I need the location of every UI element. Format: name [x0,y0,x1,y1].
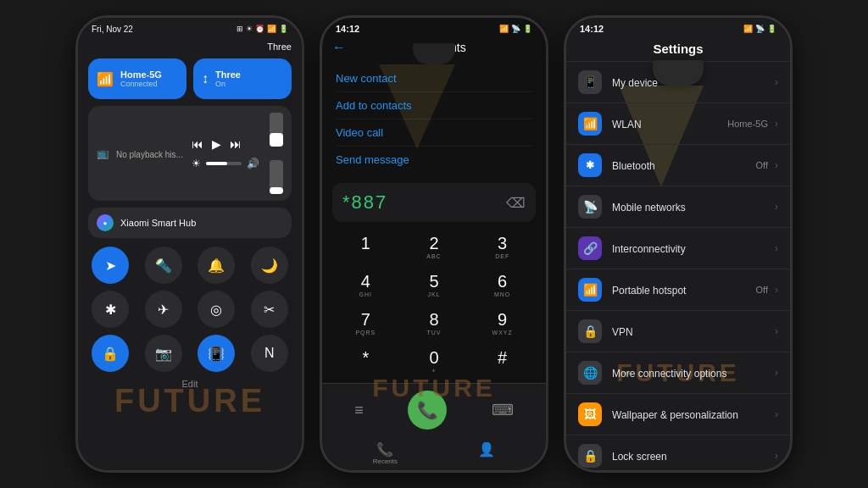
key-hash[interactable]: # [469,343,536,380]
settings-item-wallpaper[interactable]: 🖼 Wallpaper & personalization › [566,394,790,435]
wifi-icon-3: 📡 [755,25,765,33]
wlan-value: Home-5G [727,119,768,129]
key-6[interactable]: 6MNO [469,267,536,303]
signal-icon-2: 📶 [499,25,509,33]
volume-icon: 🔊 [247,158,259,169]
key-9[interactable]: 9WXYZ [469,305,536,341]
settings-item-lock-screen[interactable]: 🔒 Lock screen › [566,435,790,470]
key-5[interactable]: 5JKL [401,267,468,303]
cc-top-bar: Three [88,42,292,52]
wifi-tile[interactable]: 📶 Home-5G Connected [88,58,186,99]
nav-contacts[interactable]: 👤 [478,441,495,465]
bell-btn[interactable]: 🔔 [198,247,235,284]
smart-hub[interactable]: ● Xiaomi Smart Hub [88,208,292,238]
cast-icon: ⊞ [236,25,243,33]
prev-icon[interactable]: ⏮ [192,137,203,151]
key-4[interactable]: 4GHI [332,267,399,303]
vpn-icon: 🔒 [578,319,602,343]
lock-btn[interactable]: 🔒 [92,335,129,372]
next-icon[interactable]: ⏭ [230,137,242,151]
key-3[interactable]: 3DEF [469,229,536,265]
lock-screen-icon: 🔒 [578,444,602,468]
settings-item-vpn[interactable]: 🔒 VPN › [566,311,790,352]
recent-send-message[interactable]: Send message [336,147,532,173]
key-star[interactable]: * [332,343,399,380]
settings-item-my-device[interactable]: 📱 My device › [566,62,790,103]
play-icon[interactable]: ▶ [212,137,221,151]
key-2[interactable]: 2ABC [401,229,468,265]
flashlight-btn[interactable]: 🔦 [145,247,182,284]
cc-device: Three [267,42,292,52]
settings-item-interconnectivity[interactable]: 🔗 Interconnectivity › [566,228,790,269]
my-device-label: My device [612,77,658,89]
vpn-label: VPN [612,326,633,338]
recent-new-contact[interactable]: New contact [336,65,532,92]
status-time-2: 14:12 [336,24,359,34]
edit-label[interactable]: Edit [88,379,292,389]
hub-icon: ● [97,214,114,231]
cc-tiles: 📶 Home-5G Connected ↕ Three On [88,58,292,99]
key-8[interactable]: 8TUV [401,305,468,341]
phone-1: Fri, Nov 22 ⊞ ☀ ⏰ 📶 🔋 Three 📶 Home-5G Co… [75,15,304,473]
slider-1[interactable] [270,113,283,147]
slider-2[interactable] [270,160,283,194]
phone-3: 14:12 📶 📡 🔋 Settings FUTURE 📱 [564,15,793,473]
status-bar-2: 14:12 📶 📡 🔋 [322,18,546,36]
bluetooth-btn[interactable]: ✱ [92,291,129,328]
nfc-btn[interactable]: N [251,335,288,372]
call-btn[interactable]: 📞 [408,391,447,430]
status-icons-1: ⊞ ☀ ⏰ 📶 🔋 [236,25,288,33]
contacts-icon: 👤 [478,441,495,458]
control-center: Three 📶 Home-5G Connected ↕ Three On [78,36,302,470]
status-bar-3: 14:12 📶 📡 🔋 [566,18,790,36]
network-tile[interactable]: ↕ Three On [193,58,292,99]
key-1[interactable]: 1 [332,229,399,265]
recent-add-contacts[interactable]: Add to contacts [336,92,532,119]
wallpaper-icon: 🖼 [578,402,602,426]
chevron-icon-9: › [775,450,778,462]
key-7[interactable]: 7PQRS [332,305,399,341]
cast-icon-media: 📺 [97,147,109,159]
phone-1-screen: Fri, Nov 22 ⊞ ☀ ⏰ 📶 🔋 Three 📶 Home-5G Co… [78,18,302,470]
alarm-icon: ⏰ [255,25,264,33]
settings-item-mobile-networks[interactable]: 📡 Mobile networks › [566,186,790,228]
airplane-btn[interactable]: ✈ [145,291,182,328]
wlan-icon: 📶 [578,112,602,136]
brightness-fill [206,162,227,165]
wifi-sub: Connected [120,80,162,88]
keypad-btn[interactable]: ⌨ [492,401,514,419]
screen-btn[interactable]: ◎ [198,291,235,328]
phone-2-screen: 14:12 📶 📡 🔋 ← Recents New contact Add to… [322,18,546,470]
chevron-icon-4: › [775,242,778,254]
brightness-low-icon: ☀ [192,158,201,169]
moon-btn[interactable]: 🌙 [251,247,288,284]
settings-item-wlan[interactable]: 📶 WLAN Home-5G › [566,103,790,145]
recents-title: Recents [353,41,536,54]
settings-item-more-connectivity[interactable]: 🌐 More connectivity options › [566,352,790,394]
settings-item-bluetooth[interactable]: ✱ Bluetooth Off › [566,145,790,186]
back-btn[interactable]: ← [332,40,346,55]
portable-hotspot-icon: 📶 [578,278,602,302]
chevron-icon-3: › [775,201,778,213]
settings-list: 📱 My device › 📶 WLAN Home-5G › [566,62,790,470]
status-date: Fri, Nov 22 [92,25,133,34]
key-0[interactable]: 0+ [401,343,468,380]
cc-buttons-row1: ➤ 🔦 🔔 🌙 [88,247,292,284]
camera-btn[interactable]: 📷 [145,335,182,372]
wlan-label: WLAN [612,119,642,130]
backspace-btn[interactable]: ⌫ [506,195,526,211]
settings-item-portable-hotspot[interactable]: 📶 Portable hotspot Off › [566,269,790,311]
signal-icon: 📶 [267,25,276,33]
interconnectivity-icon: 🔗 [578,236,602,260]
battery-icon-2: 🔋 [523,25,532,33]
vibrate-btn[interactable]: 📳 [198,335,235,372]
scissors-btn[interactable]: ✂ [251,291,288,328]
location-btn[interactable]: ➤ [92,247,129,284]
menu-btn[interactable]: ≡ [354,402,364,419]
nav-calls[interactable]: 📞 Recents [373,441,398,465]
wifi-title: Home-5G [120,69,162,80]
status-icons-2: 📶 📡 🔋 [499,25,532,33]
brightness-bar[interactable] [206,162,242,165]
dialer-number-display: *887 [342,191,506,214]
recent-video-call[interactable]: Video call [336,119,532,147]
